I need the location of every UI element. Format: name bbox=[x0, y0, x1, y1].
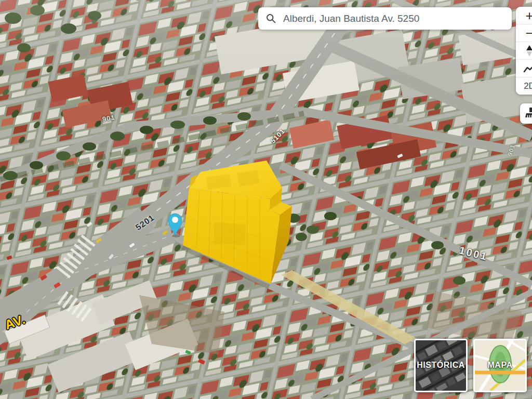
map-controls: + − 2D bbox=[516, 7, 532, 95]
clean-tool-button[interactable] bbox=[520, 103, 532, 124]
search-bar bbox=[258, 7, 512, 30]
zoom-out-button[interactable]: − bbox=[516, 24, 532, 42]
2d-mode-button[interactable]: 2D bbox=[516, 77, 532, 95]
map-layer-label: MAPA bbox=[475, 361, 525, 370]
compass-button[interactable] bbox=[516, 42, 532, 59]
compass-icon bbox=[524, 45, 532, 57]
search-icon bbox=[265, 13, 276, 24]
elevation-profile-button[interactable] bbox=[516, 60, 532, 77]
historic-layer-button[interactable]: HISTÓRICA bbox=[414, 339, 468, 392]
historic-layer-label: HISTÓRICA bbox=[416, 361, 466, 370]
line-chart-icon bbox=[523, 63, 532, 74]
zoom-in-button[interactable]: + bbox=[516, 7, 532, 24]
brush-icon bbox=[524, 107, 532, 121]
map-layer-button[interactable]: MAPA bbox=[473, 339, 527, 392]
search-input[interactable] bbox=[282, 12, 504, 25]
